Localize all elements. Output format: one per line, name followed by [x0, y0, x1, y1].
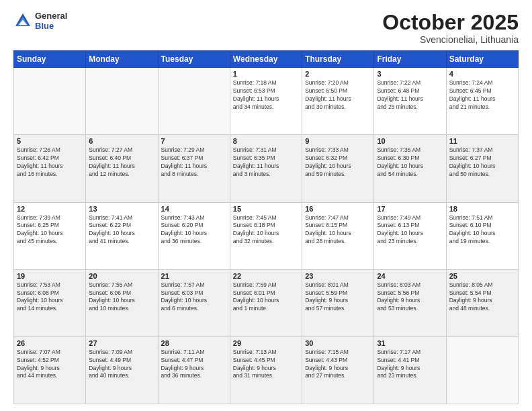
table-row: 16Sunrise: 7:47 AM Sunset: 6:15 PM Dayli… [302, 202, 374, 269]
table-row: 5Sunrise: 7:26 AM Sunset: 6:42 PM Daylig… [14, 135, 86, 202]
day-number: 10 [377, 137, 443, 145]
logo-blue-text: Blue [35, 21, 67, 31]
logo-icon [13, 11, 32, 30]
table-row: 26Sunrise: 7:07 AM Sunset: 4:52 PM Dayli… [14, 336, 86, 404]
header: General Blue October 2025 Svencioneliai,… [13, 11, 519, 45]
table-row: 30Sunrise: 7:15 AM Sunset: 4:43 PM Dayli… [302, 336, 374, 404]
calendar-week-row: 12Sunrise: 7:39 AM Sunset: 6:25 PM Dayli… [14, 202, 519, 269]
table-row: 28Sunrise: 7:11 AM Sunset: 4:47 PM Dayli… [158, 336, 230, 404]
table-row: 13Sunrise: 7:41 AM Sunset: 6:22 PM Dayli… [86, 202, 158, 269]
header-thursday: Thursday [302, 51, 374, 68]
table-row: 10Sunrise: 7:35 AM Sunset: 6:30 PM Dayli… [374, 135, 446, 202]
title-block: October 2025 Svencioneliai, Lithuania [382, 11, 519, 45]
day-info: Sunrise: 7:53 AM Sunset: 6:08 PM Dayligh… [17, 281, 83, 314]
table-row: 14Sunrise: 7:43 AM Sunset: 6:20 PM Dayli… [158, 202, 230, 269]
table-row [14, 68, 86, 135]
table-row [86, 68, 158, 135]
logo-general-text: General [35, 11, 67, 21]
header-wednesday: Wednesday [230, 51, 302, 68]
day-number: 1 [233, 70, 299, 78]
table-row: 31Sunrise: 7:17 AM Sunset: 4:41 PM Dayli… [374, 336, 446, 404]
day-info: Sunrise: 7:47 AM Sunset: 6:15 PM Dayligh… [305, 214, 371, 246]
table-row: 15Sunrise: 7:45 AM Sunset: 6:18 PM Dayli… [230, 202, 302, 269]
day-info: Sunrise: 7:27 AM Sunset: 6:40 PM Dayligh… [89, 146, 154, 179]
day-info: Sunrise: 7:41 AM Sunset: 6:22 PM Dayligh… [89, 214, 154, 246]
day-number: 24 [377, 272, 443, 280]
day-number: 5 [17, 137, 83, 145]
day-number: 14 [161, 205, 227, 213]
table-row: 17Sunrise: 7:49 AM Sunset: 6:13 PM Dayli… [374, 202, 446, 269]
day-number: 18 [449, 205, 515, 213]
table-row: 8Sunrise: 7:31 AM Sunset: 6:35 PM Daylig… [230, 135, 302, 202]
day-number: 16 [305, 205, 371, 213]
day-info: Sunrise: 7:11 AM Sunset: 4:47 PM Dayligh… [161, 349, 227, 381]
header-friday: Friday [374, 51, 446, 68]
day-info: Sunrise: 7:26 AM Sunset: 6:42 PM Dayligh… [17, 146, 83, 179]
day-number: 4 [449, 70, 515, 78]
table-row: 22Sunrise: 7:59 AM Sunset: 6:01 PM Dayli… [230, 269, 302, 336]
table-row: 21Sunrise: 7:57 AM Sunset: 6:03 PM Dayli… [158, 269, 230, 336]
day-number: 29 [233, 339, 299, 347]
day-number: 13 [89, 205, 154, 213]
day-info: Sunrise: 7:09 AM Sunset: 4:49 PM Dayligh… [89, 349, 154, 381]
day-info: Sunrise: 7:31 AM Sunset: 6:35 PM Dayligh… [233, 146, 299, 179]
calendar-week-row: 1Sunrise: 7:18 AM Sunset: 6:53 PM Daylig… [14, 68, 519, 135]
day-number: 6 [89, 137, 154, 145]
day-info: Sunrise: 7:49 AM Sunset: 6:13 PM Dayligh… [377, 214, 443, 246]
table-row [446, 336, 518, 404]
header-tuesday: Tuesday [158, 51, 230, 68]
day-info: Sunrise: 8:05 AM Sunset: 5:54 PM Dayligh… [449, 281, 515, 314]
day-number: 3 [377, 70, 443, 78]
day-info: Sunrise: 7:13 AM Sunset: 4:45 PM Dayligh… [233, 349, 299, 381]
day-info: Sunrise: 7:43 AM Sunset: 6:20 PM Dayligh… [161, 214, 227, 246]
day-info: Sunrise: 7:24 AM Sunset: 6:45 PM Dayligh… [449, 79, 515, 111]
day-number: 21 [161, 272, 227, 280]
day-number: 27 [89, 339, 154, 347]
day-number: 17 [377, 205, 443, 213]
day-number: 15 [233, 205, 299, 213]
day-number: 26 [17, 339, 83, 347]
day-number: 7 [161, 137, 227, 145]
table-row: 23Sunrise: 8:01 AM Sunset: 5:59 PM Dayli… [302, 269, 374, 336]
day-number: 20 [89, 272, 154, 280]
day-info: Sunrise: 7:29 AM Sunset: 6:37 PM Dayligh… [161, 146, 227, 179]
day-number: 9 [305, 137, 371, 145]
table-row: 1Sunrise: 7:18 AM Sunset: 6:53 PM Daylig… [230, 68, 302, 135]
location-subtitle: Svencioneliai, Lithuania [382, 34, 519, 45]
day-info: Sunrise: 7:37 AM Sunset: 6:27 PM Dayligh… [449, 146, 515, 179]
day-number: 11 [449, 137, 515, 145]
table-row: 4Sunrise: 7:24 AM Sunset: 6:45 PM Daylig… [446, 68, 518, 135]
logo-text: General Blue [35, 11, 67, 31]
day-info: Sunrise: 7:35 AM Sunset: 6:30 PM Dayligh… [377, 146, 443, 179]
day-info: Sunrise: 7:45 AM Sunset: 6:18 PM Dayligh… [233, 214, 299, 246]
table-row: 7Sunrise: 7:29 AM Sunset: 6:37 PM Daylig… [158, 135, 230, 202]
calendar-week-row: 26Sunrise: 7:07 AM Sunset: 4:52 PM Dayli… [14, 336, 519, 404]
day-info: Sunrise: 7:59 AM Sunset: 6:01 PM Dayligh… [233, 281, 299, 314]
day-info: Sunrise: 7:55 AM Sunset: 6:06 PM Dayligh… [89, 281, 154, 314]
table-row: 19Sunrise: 7:53 AM Sunset: 6:08 PM Dayli… [14, 269, 86, 336]
day-number: 23 [305, 272, 371, 280]
calendar-week-row: 5Sunrise: 7:26 AM Sunset: 6:42 PM Daylig… [14, 135, 519, 202]
day-info: Sunrise: 7:15 AM Sunset: 4:43 PM Dayligh… [305, 349, 371, 381]
day-number: 22 [233, 272, 299, 280]
day-number: 31 [377, 339, 443, 347]
day-number: 19 [17, 272, 83, 280]
day-number: 25 [449, 272, 515, 280]
month-title: October 2025 [382, 11, 519, 34]
day-info: Sunrise: 7:51 AM Sunset: 6:10 PM Dayligh… [449, 214, 515, 246]
day-number: 8 [233, 137, 299, 145]
table-row [158, 68, 230, 135]
table-row: 3Sunrise: 7:22 AM Sunset: 6:48 PM Daylig… [374, 68, 446, 135]
calendar-table: Sunday Monday Tuesday Wednesday Thursday… [13, 50, 519, 404]
calendar-week-row: 19Sunrise: 7:53 AM Sunset: 6:08 PM Dayli… [14, 269, 519, 336]
table-row: 12Sunrise: 7:39 AM Sunset: 6:25 PM Dayli… [14, 202, 86, 269]
day-info: Sunrise: 8:01 AM Sunset: 5:59 PM Dayligh… [305, 281, 371, 314]
day-info: Sunrise: 7:20 AM Sunset: 6:50 PM Dayligh… [305, 79, 371, 111]
day-info: Sunrise: 8:03 AM Sunset: 5:56 PM Dayligh… [377, 281, 443, 314]
table-row: 2Sunrise: 7:20 AM Sunset: 6:50 PM Daylig… [302, 68, 374, 135]
table-row: 27Sunrise: 7:09 AM Sunset: 4:49 PM Dayli… [86, 336, 158, 404]
day-info: Sunrise: 7:18 AM Sunset: 6:53 PM Dayligh… [233, 79, 299, 111]
day-number: 28 [161, 339, 227, 347]
table-row: 6Sunrise: 7:27 AM Sunset: 6:40 PM Daylig… [86, 135, 158, 202]
day-info: Sunrise: 7:39 AM Sunset: 6:25 PM Dayligh… [17, 214, 83, 246]
